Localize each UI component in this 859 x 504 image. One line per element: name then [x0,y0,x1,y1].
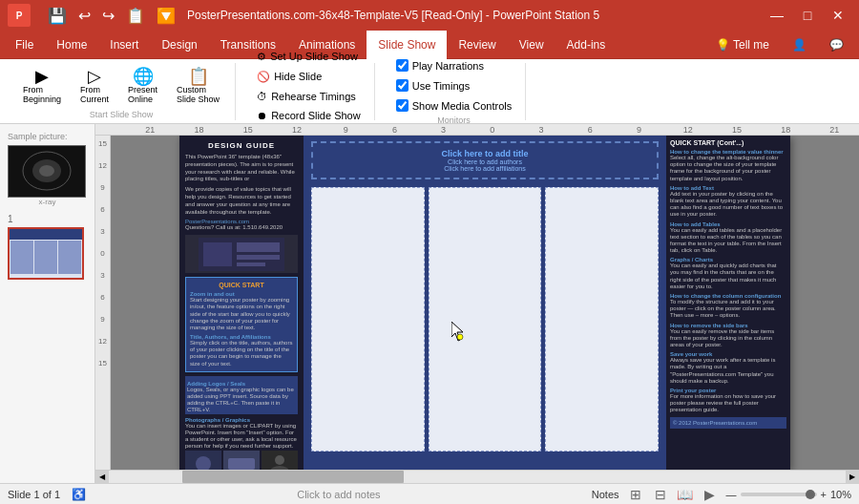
tab-slideshow[interactable]: Slide Show [367,31,447,59]
online-icon: 🌐 [133,68,154,85]
tab-file[interactable]: File [4,31,45,59]
qat-dropdown[interactable]: 🔽 [153,5,179,27]
ribbon-content: ▶ FromBeginning ▷ FromCurrent 🌐 PresentO… [0,59,859,124]
tab-insert[interactable]: Insert [98,31,150,59]
svg-rect-5 [203,242,232,266]
scroll-track[interactable] [109,471,846,483]
qs-title: QUICK START [190,282,293,288]
sample-pictures-label: Sample picture: [8,132,87,141]
timer-icon: ⏱ [257,91,267,102]
app-icon: P [8,4,31,27]
dg-photo-examples [185,451,298,470]
zoom-slider[interactable] [741,493,817,496]
checkbox-play-narrations[interactable]: Play Narrations [390,57,518,74]
present-button[interactable]: 📋 [122,5,149,27]
slide-container[interactable]: DESIGN GUIDE This PowerPoint 36" templat… [179,136,790,470]
timings-checkbox[interactable] [396,79,409,92]
poster-col-2[interactable] [429,187,542,452]
zoom-in-btn[interactable]: + [821,489,827,500]
zoom-control[interactable]: — + 10% [726,489,851,500]
zoom-thumb[interactable] [806,490,815,499]
svg-rect-6 [237,242,280,252]
qs-zoom-text: Start designing your poster by zooming i… [190,297,293,331]
slide-sorter-btn[interactable]: ⊟ [652,486,669,503]
dg-call: Questions? Call us at: 1.510.649.2020 [185,224,298,232]
ruler-mark: 6 [566,125,615,135]
media-checkbox[interactable] [396,99,409,112]
qsr-footer-text: © 2012 PosterPresentations.com [673,420,784,426]
vruler-6: 6 [100,205,104,214]
vruler-3b: 3 [100,271,104,280]
ruler-mark: 15 [223,125,272,135]
feedback-icon[interactable]: 💬 [818,31,855,59]
poster-title-area[interactable]: Click here to add title Click here to ad… [311,141,659,179]
narrations-checkbox[interactable] [396,59,409,72]
btn-setup-show[interactable]: ⚙ Set Up Slide Show [251,49,367,65]
horizontal-scrollbar[interactable]: ◀ ▶ [95,470,859,483]
tab-addins[interactable]: Add-ins [555,31,618,59]
tab-review[interactable]: Review [447,31,507,59]
dg-intro-text: This PowerPoint 36" template (48x36" pre… [185,154,298,183]
reading-view-btn[interactable]: 📖 [677,486,694,503]
window-controls[interactable]: — □ ✕ [764,2,851,29]
undo-button[interactable]: ↩ [74,5,94,27]
slides-panel: Sample picture: x-ray 1 [0,124,95,483]
ruler-mark: 18 [175,125,223,135]
slide-canvas[interactable]: DESIGN GUIDE This PowerPoint 36" templat… [111,136,859,470]
tab-search[interactable]: 💡 Tell me [704,31,781,59]
poster-col-1[interactable] [311,187,425,452]
qsr-t4: You can easily and quickly add charts th… [670,262,786,290]
btn-hide-slide[interactable]: 🚫 Hide Slide [251,69,367,85]
click-to-notes[interactable]: Click to add notes [97,489,580,500]
slideshow-view-btn[interactable]: ▶ [702,486,719,503]
tab-view[interactable]: View [508,31,555,59]
qsr-title: QUICK START (Cont'...) [670,139,786,146]
svg-rect-12 [228,458,255,470]
dg-photo3 [262,451,298,470]
zoom-out-btn[interactable]: — [726,489,737,500]
maximize-button[interactable]: □ [794,2,821,29]
quick-access-toolbar[interactable]: 💾 ↩ ↪ 📋 🔽 [44,5,179,27]
checkbox-use-timings[interactable]: Use Timings [390,77,518,94]
qsr-t5: To modify the structure and add it to yo… [670,299,786,320]
poster-col-3[interactable] [545,187,659,452]
dg-photos-text: You can insert images or CLIPART by usin… [185,423,298,451]
ruler-marks: 21 18 15 12 9 6 3 0 3 6 9 12 15 18 21 [126,125,859,135]
dg-photo2 [223,451,260,470]
ruler-mark: 12 [663,125,712,135]
scroll-thumb[interactable] [182,471,404,483]
group-views: ▶ FromBeginning ▷ FromCurrent 🌐 PresentO… [8,63,236,120]
tab-home[interactable]: Home [45,31,98,59]
btn-rehearse[interactable]: ⏱ Rehearse Timings [251,89,367,104]
design-guide-title: DESIGN GUIDE [185,141,298,150]
btn-from-beginning[interactable]: ▶ FromBeginning [15,64,69,108]
notes-btn[interactable]: Notes [592,489,619,500]
scroll-left-btn[interactable]: ◀ [95,471,109,484]
poster-authors-text[interactable]: Click here to add authors [319,158,651,165]
normal-view-btn[interactable]: ⊞ [627,486,644,503]
redo-button[interactable]: ↪ [98,5,118,27]
minimize-button[interactable]: — [764,2,790,29]
checkbox-show-media[interactable]: Show Media Controls [390,97,518,114]
setup-icon: ⚙ [257,51,266,63]
slide-thumbnail[interactable] [8,227,84,280]
xray-svg [9,146,85,197]
tab-design[interactable]: Design [150,31,208,59]
save-button[interactable]: 💾 [44,5,71,27]
close-button[interactable]: ✕ [825,2,851,29]
btn-present-online[interactable]: 🌐 PresentOnline [120,64,165,108]
poster-affiliations-text[interactable]: Click here to add affiliations [319,165,651,172]
poster-title-text[interactable]: Click here to add title [319,149,651,158]
btn-record[interactable]: ⏺ Record Slide Show [251,108,367,123]
qsr-t2: Add text in your poster by clicking on t… [670,191,786,219]
btn-record-label: Record Slide Show [271,110,361,121]
scroll-right-btn[interactable]: ▶ [846,471,859,484]
btn-from-current[interactable]: ▷ FromCurrent [73,64,116,108]
qsr-t3: You can easily add tables and a placehol… [670,227,786,255]
slide-number-label: 1 [8,214,87,224]
slide-info: Slide 1 of 1 [8,489,60,500]
group-setup: ⚙ Set Up Slide Show 🚫 Hide Slide ⏱ Rehea… [243,63,375,120]
vruler-9: 9 [100,183,104,192]
btn-custom-show[interactable]: 📋 CustomSlide Show [169,64,227,108]
account-icon[interactable]: 👤 [781,31,818,59]
